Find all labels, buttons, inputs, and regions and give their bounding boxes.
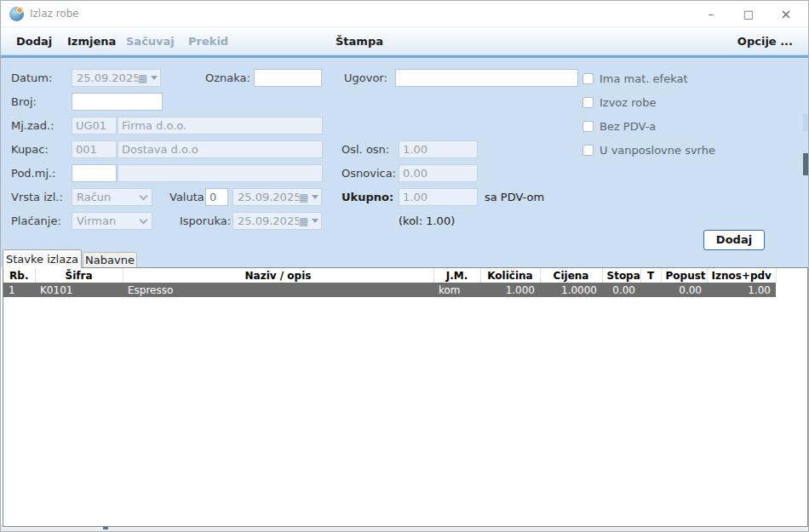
mjzad-code-input[interactable] — [72, 117, 117, 134]
titlebar: Izlaz robe – □ × — [1, 1, 808, 27]
calendar-icon: ▦ — [138, 72, 147, 84]
mjzad-name-input[interactable] — [118, 117, 323, 134]
mjzad-label: Mj.zad.: — [11, 117, 55, 134]
calendar-icon: ▦ — [299, 215, 308, 227]
col-header-popust[interactable]: Popust — [661, 268, 707, 283]
col-header-sifra[interactable]: Šifra — [35, 268, 123, 283]
checkbox-label: Ima mat. efekat — [600, 72, 688, 85]
chevron-down-icon — [140, 215, 148, 224]
placanje-label: Plaćanje: — [11, 212, 61, 230]
cell-iznos-pdv[interactable]: 1.00 — [707, 283, 776, 297]
podmj-code-input[interactable] — [72, 164, 117, 182]
maximize-icon[interactable]: □ — [730, 1, 767, 27]
kupac-name-input[interactable] — [118, 140, 323, 158]
osl-osn-label: Osl. osn: — [341, 140, 389, 158]
checkbox-ima-mat-efekat[interactable]: Ima mat. efekat — [582, 71, 688, 86]
valuta-label: Valuta: — [169, 188, 208, 206]
calendar-icon: ▦ — [299, 192, 308, 203]
broj-label: Broj: — [11, 93, 37, 111]
cell-stopa[interactable]: 0.00 — [602, 283, 640, 297]
isporuka-date-value: 25.09.2025 — [238, 215, 299, 227]
toolbar-opcije-button[interactable]: Opcije ... — [737, 27, 793, 55]
checkbox-label: Bez PDV-a — [600, 120, 656, 133]
osnovica-input[interactable] — [399, 164, 478, 182]
app-icon — [9, 7, 24, 21]
toolbar-prekid-button: Prekid — [188, 27, 228, 55]
cell-sifra[interactable]: K0101 — [35, 283, 123, 297]
vrsta-izl-value: Račun — [77, 191, 139, 203]
bottom-tick-mark — [103, 527, 108, 529]
col-header-rb[interactable]: Rb. — [3, 268, 35, 283]
podmj-name-input[interactable] — [118, 164, 323, 182]
toolbar-sacuvaj-button: Sačuvaj — [126, 27, 175, 55]
col-header-t[interactable]: T — [640, 268, 661, 283]
placanje-value: Virman — [77, 215, 139, 227]
isporuka-datepicker[interactable]: 25.09.2025 ▦ — [232, 212, 322, 230]
minimize-icon[interactable]: – — [692, 1, 730, 27]
checkbox-icon[interactable] — [582, 145, 594, 156]
checkbox-icon[interactable] — [582, 73, 594, 84]
tab-stavke-izlaza[interactable]: Stavke izlaza — [3, 249, 82, 268]
toolbar-dodaj-button[interactable]: Dodaj — [16, 27, 52, 55]
col-header-kolicina[interactable]: Količina — [480, 268, 540, 283]
valuta-date-dropdown-icon[interactable] — [312, 195, 318, 199]
sa-pdv-om-label: sa PDV-om — [485, 188, 544, 206]
add-item-button[interactable]: Dodaj — [703, 230, 765, 250]
checkbox-label: Izvoz robe — [600, 96, 657, 109]
grid-header-row: Rb. Šifra Naziv / opis J.M. Količina Cij… — [3, 268, 776, 283]
isporuka-label: Isporuka: — [180, 212, 231, 230]
checkbox-izvoz-robe[interactable]: Izvoz robe — [582, 94, 657, 110]
panel-edge-fragment — [803, 114, 808, 131]
ukupno-label: Ukupno: — [341, 188, 393, 206]
checkbox-bez-pdv-a[interactable]: Bez PDV-a — [582, 118, 656, 134]
kol-note: (kol: 1.00) — [399, 212, 455, 230]
datum-value: 25.09.2025 — [77, 72, 138, 84]
close-icon[interactable]: × — [767, 1, 805, 27]
broj-input[interactable] — [72, 93, 163, 111]
placanje-select[interactable]: Virman — [72, 212, 152, 230]
datum-dropdown-icon[interactable] — [151, 76, 158, 80]
checkbox-u-vanposlovne-svrhe[interactable]: U vanposlovne svrhe — [582, 142, 715, 157]
checkbox-icon[interactable] — [582, 121, 594, 132]
valuta-datepicker[interactable]: 25.09.2025 ▦ — [232, 188, 322, 206]
datum-datepicker[interactable]: 25.09.2025 ▦ — [72, 69, 161, 87]
podmj-label: Pod.mj.: — [11, 164, 56, 182]
table-row-selected[interactable]: 1 K0101 Espresso kom 1.000 1.0000 0.00 0… — [3, 283, 776, 297]
isporuka-dropdown-icon[interactable] — [312, 219, 318, 223]
vrsta-izl-label: Vrsta izl.: — [11, 188, 63, 206]
valuta-input[interactable] — [205, 188, 228, 206]
checkbox-label: U vanposlovne svrhe — [600, 144, 715, 157]
tab-nabavne[interactable]: Nabavne — [83, 252, 137, 268]
oznaka-input[interactable] — [254, 69, 322, 87]
col-header-iznos-pdv[interactable]: Iznos+pdv — [707, 268, 776, 283]
vrsta-izl-select[interactable]: Račun — [72, 188, 152, 206]
app-window: Izlaz robe – □ × Dodaj Izmjena Sačuvaj P… — [0, 0, 809, 532]
col-header-naziv[interactable]: Naziv / opis — [123, 268, 433, 283]
osl-osn-input[interactable] — [399, 140, 478, 158]
kupac-code-input[interactable] — [72, 140, 117, 158]
toolbar-stampa-button[interactable]: Štampa — [336, 27, 383, 55]
col-header-jm[interactable]: J.M. — [433, 268, 480, 283]
kupac-label: Kupac: — [11, 140, 49, 158]
checkbox-icon[interactable] — [582, 97, 594, 108]
window-title: Izlaz robe — [30, 1, 79, 27]
cell-rb[interactable]: 1 — [3, 283, 35, 297]
cell-cijena[interactable]: 1.0000 — [540, 283, 602, 297]
ukupno-input[interactable] — [399, 188, 478, 206]
col-header-cijena[interactable]: Cijena — [540, 268, 602, 283]
cell-jm[interactable]: kom — [433, 283, 480, 297]
ugovor-input[interactable] — [395, 69, 578, 87]
cell-kolicina[interactable]: 1.000 — [480, 283, 540, 297]
oznaka-label: Oznaka: — [205, 69, 250, 87]
header-form-panel — [1, 55, 808, 267]
col-header-stopa[interactable]: Stopa — [602, 268, 640, 283]
cell-popust[interactable]: 0.00 — [661, 283, 707, 297]
datum-label: Datum: — [11, 69, 52, 87]
panel-scrollbar-thumb[interactable] — [803, 153, 808, 175]
cell-naziv[interactable]: Espresso — [123, 283, 433, 297]
valuta-date-value: 25.09.2025 — [238, 191, 299, 203]
toolbar-izmjena-button[interactable]: Izmjena — [67, 27, 116, 55]
cell-t[interactable] — [640, 283, 661, 297]
chevron-down-icon — [140, 192, 148, 200]
toolbar: Dodaj Izmjena Sačuvaj Prekid Štampa Opci… — [1, 27, 808, 55]
